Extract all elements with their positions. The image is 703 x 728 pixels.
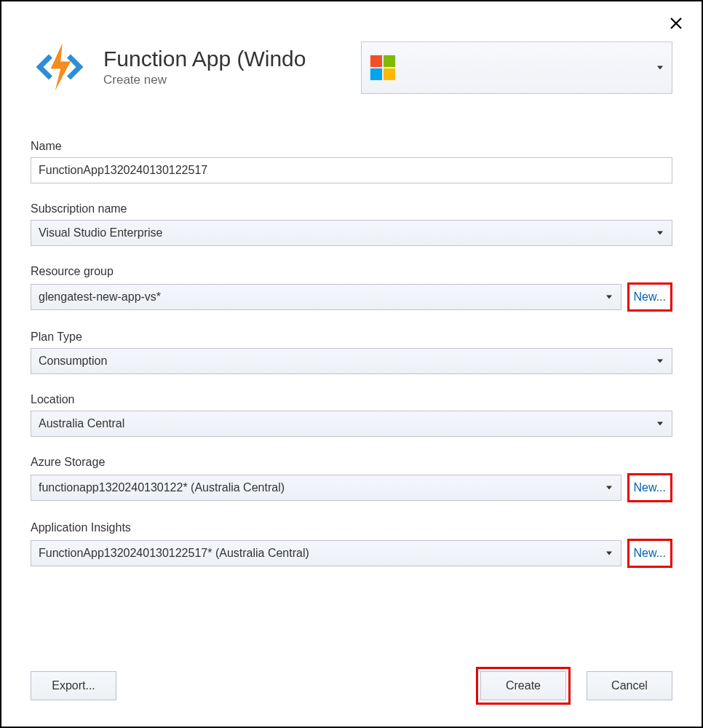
location-dropdown[interactable]: Australia Central — [31, 411, 672, 437]
account-selector[interactable] — [361, 41, 672, 94]
cancel-button[interactable]: Cancel — [587, 671, 672, 700]
chevron-down-icon — [657, 422, 663, 426]
app-insights-label: Application Insights — [31, 521, 672, 534]
app-insights-dropdown[interactable]: FunctionApp1320240130122517* (Australia … — [31, 540, 621, 566]
chevron-down-icon — [657, 232, 663, 235]
subscription-label: Subscription name — [31, 202, 672, 215]
subscription-dropdown[interactable]: Visual Studio Enterprise — [31, 220, 672, 246]
storage-value: functionapp1320240130122* (Australia Cen… — [39, 481, 285, 494]
svg-rect-3 — [384, 68, 395, 80]
storage-dropdown[interactable]: functionapp1320240130122* (Australia Cen… — [31, 475, 621, 501]
chevron-down-icon — [657, 66, 663, 70]
app-insights-value: FunctionApp1320240130122517* (Australia … — [39, 547, 309, 560]
subscription-value: Visual Studio Enterprise — [39, 226, 162, 240]
resource-group-new-button[interactable]: New... — [627, 282, 672, 312]
svg-rect-2 — [370, 68, 382, 80]
storage-new-button[interactable]: New... — [627, 473, 672, 502]
plan-type-label: Plan Type — [31, 331, 672, 344]
location-value: Australia Central — [39, 417, 124, 430]
microsoft-logo-icon — [369, 54, 397, 82]
name-input[interactable] — [31, 157, 672, 183]
svg-rect-1 — [384, 55, 395, 67]
app-insights-new-button[interactable]: New... — [627, 539, 672, 568]
dialog-title: Function App (Windo — [103, 47, 306, 71]
create-button[interactable]: Create — [480, 671, 566, 700]
dialog-footer: Export... Create Cancel — [31, 667, 672, 705]
close-button[interactable] — [669, 16, 683, 33]
azure-functions-icon — [31, 38, 89, 96]
chevron-down-icon — [606, 552, 612, 555]
resource-group-dropdown[interactable]: glengatest-new-app-vs* — [31, 284, 621, 310]
resource-group-value: glengatest-new-app-vs* — [39, 290, 161, 304]
chevron-down-icon — [606, 296, 612, 299]
svg-rect-0 — [370, 55, 382, 67]
location-label: Location — [31, 393, 672, 406]
storage-label: Azure Storage — [31, 456, 672, 469]
resource-group-label: Resource group — [31, 265, 672, 278]
plan-type-value: Consumption — [39, 355, 107, 368]
export-button[interactable]: Export... — [31, 671, 116, 700]
dialog-subtitle: Create new — [103, 73, 306, 87]
chevron-down-icon — [606, 486, 612, 490]
name-label: Name — [31, 140, 672, 153]
chevron-down-icon — [657, 360, 663, 363]
plan-type-dropdown[interactable]: Consumption — [31, 348, 672, 374]
